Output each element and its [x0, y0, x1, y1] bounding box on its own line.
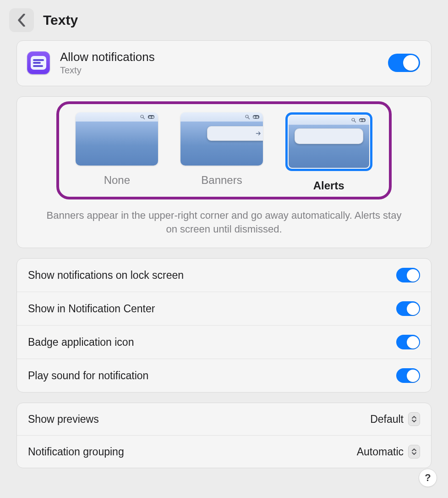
- label-previews: Show previews: [28, 413, 99, 426]
- style-label-none: None: [104, 174, 130, 187]
- svg-line-3: [248, 118, 249, 119]
- toggle-badge[interactable]: [396, 335, 420, 349]
- style-option-alerts[interactable]: Alerts: [285, 112, 372, 192]
- label-lock-screen: Show notifications on lock screen: [28, 269, 184, 282]
- allow-notifications-panel: Allow notifications Texty: [16, 40, 432, 86]
- value-previews: Default: [370, 413, 404, 426]
- control-center-icon: [253, 115, 259, 119]
- help-label: ?: [425, 472, 431, 484]
- alert-style-explanation: Banners appear in the upper-right corner…: [35, 206, 413, 236]
- toggle-sound[interactable]: [396, 368, 420, 383]
- control-center-icon: [148, 115, 154, 119]
- allow-notifications-row: Allow notifications Texty: [17, 41, 431, 86]
- search-icon: [140, 114, 145, 120]
- row-badge: Badge application icon: [17, 325, 431, 359]
- back-button[interactable]: [9, 8, 34, 32]
- allow-text: Allow notifications Texty: [60, 50, 155, 76]
- row-sound: Play sound for notification: [17, 359, 431, 392]
- style-option-banners[interactable]: Banners: [180, 112, 263, 192]
- allow-title: Allow notifications: [60, 50, 155, 64]
- style-thumb-alerts: [285, 112, 372, 171]
- style-label-alerts: Alerts: [313, 179, 344, 192]
- search-icon: [351, 117, 356, 123]
- stepper-icon: [408, 445, 420, 459]
- alert-preview: [295, 128, 363, 144]
- notification-options-panel: Show notifications on lock screen Show i…: [16, 258, 432, 393]
- label-grouping: Notification grouping: [28, 446, 124, 458]
- alert-style-panel: None Ban: [16, 96, 432, 248]
- stepper-icon: [408, 412, 420, 426]
- style-option-none[interactable]: None: [76, 112, 158, 192]
- app-icon: [27, 51, 50, 74]
- style-thumb-banners: [180, 112, 263, 166]
- svg-line-1: [143, 118, 145, 119]
- label-badge: Badge application icon: [28, 336, 134, 349]
- style-label-banners: Banners: [201, 174, 242, 187]
- allow-subtitle: Texty: [60, 65, 155, 76]
- header: Texty: [8, 8, 440, 40]
- row-grouping: Notification grouping Automatic: [17, 435, 431, 468]
- select-previews[interactable]: Default: [370, 412, 420, 426]
- label-notification-center: Show in Notification Center: [28, 303, 155, 315]
- alert-style-highlight: None Ban: [56, 101, 392, 199]
- row-notification-center: Show in Notification Center: [17, 292, 431, 325]
- label-sound: Play sound for notification: [28, 370, 148, 382]
- svg-line-5: [354, 121, 355, 122]
- page-title: Texty: [43, 12, 78, 28]
- arrow-right-icon: [255, 130, 262, 137]
- banner-preview: [207, 126, 263, 141]
- row-lock-screen: Show notifications on lock screen: [17, 259, 431, 292]
- help-button[interactable]: ?: [419, 469, 437, 487]
- style-thumb-none: [76, 112, 158, 166]
- search-icon: [245, 114, 250, 120]
- row-previews: Show previews Default: [17, 403, 431, 435]
- control-center-icon: [359, 118, 366, 122]
- select-grouping[interactable]: Automatic: [357, 445, 420, 459]
- value-grouping: Automatic: [357, 446, 404, 458]
- toggle-lock-screen[interactable]: [396, 268, 420, 282]
- notification-selects-panel: Show previews Default Notification group…: [16, 403, 432, 468]
- toggle-notification-center[interactable]: [396, 301, 420, 316]
- allow-notifications-toggle[interactable]: [388, 54, 420, 72]
- chevron-left-icon: [17, 14, 26, 27]
